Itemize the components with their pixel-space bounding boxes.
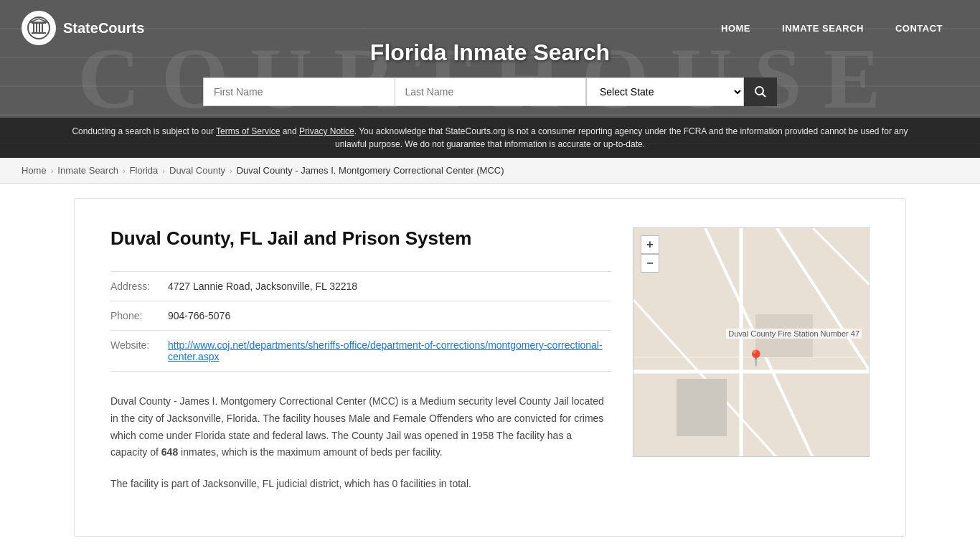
map-roads-svg	[633, 228, 869, 456]
page-title: Florida Inmate Search	[370, 39, 610, 66]
description-paragraph-1: Duval County - James I. Montgomery Corre…	[110, 393, 611, 461]
search-button[interactable]	[744, 77, 777, 106]
header-content: Florida Inmate Search Select State Flori…	[0, 39, 980, 106]
breadcrumb-current: Duval County - James I. Montgomery Corre…	[237, 165, 504, 176]
breadcrumb: Home › Inmate Search › Florida › Duval C…	[0, 158, 980, 184]
disclaimer-and: and	[280, 126, 299, 136]
breadcrumb-state[interactable]: Florida	[130, 165, 159, 176]
facility-title: Duval County, FL Jail and Prison System	[110, 227, 611, 250]
search-bar: Select State Florida Alabama Georgia	[203, 77, 777, 106]
map-panel: Duval County Fire Station Number 47 📍 + …	[633, 227, 870, 507]
facility-info: Duval County, FL Jail and Prison System …	[110, 227, 611, 507]
phone-label: Phone:	[110, 301, 168, 331]
map-label: Duval County Fire Station Number 47	[726, 329, 862, 339]
svg-line-15	[763, 94, 766, 98]
map-pin: 📍	[746, 349, 765, 368]
phone-row: Phone: 904-766-5076	[110, 301, 611, 331]
breadcrumb-home[interactable]: Home	[22, 165, 47, 176]
facility-details-table: Address: 4727 Lannie Road, Jacksonville,…	[110, 271, 611, 372]
terms-link[interactable]: Terms of Service	[216, 126, 280, 136]
breadcrumb-county[interactable]: Duval County	[169, 165, 225, 176]
map-zoom-in-button[interactable]: +	[641, 235, 659, 254]
svg-rect-16	[633, 228, 869, 456]
disclaimer-bar: Conducting a search is subject to our Te…	[0, 118, 980, 158]
first-name-input[interactable]	[203, 77, 395, 106]
phone-value: 904-766-5076	[168, 301, 611, 331]
content-card: Duval County, FL Jail and Prison System …	[74, 198, 906, 537]
svg-rect-8	[36, 24, 37, 34]
map-label-text: Duval County Fire Station Number 47	[728, 329, 859, 338]
svg-rect-7	[33, 24, 34, 34]
svg-point-14	[755, 87, 763, 95]
breadcrumb-inmate-search[interactable]: Inmate Search	[57, 165, 118, 176]
website-row: Website: http://www.coj.net/departments/…	[110, 331, 611, 372]
address-row: Address: 4727 Lannie Road, Jacksonville,…	[110, 272, 611, 301]
svg-rect-9	[39, 24, 40, 34]
svg-rect-10	[42, 24, 43, 34]
website-link[interactable]: http://www.coj.net/departments/sheriffs-…	[168, 339, 603, 362]
svg-rect-25	[677, 379, 727, 436]
site-name: StateCourts	[63, 20, 144, 37]
header: COURTHOUSE	[0, 0, 980, 158]
website-label: Website:	[110, 331, 168, 372]
capacity-value: 648	[161, 446, 178, 458]
description-paragraph-2: The facility is part of Jacksonville, FL…	[110, 476, 611, 493]
address-value: 4727 Lannie Road, Jacksonville, FL 32218	[168, 272, 611, 301]
state-select[interactable]: Select State Florida Alabama Georgia	[586, 77, 744, 106]
privacy-link[interactable]: Privacy Notice	[299, 126, 354, 136]
last-name-input[interactable]	[395, 77, 587, 106]
svg-rect-11	[32, 32, 46, 34]
disclaimer-text-after: . You acknowledge that StateCourts.org i…	[335, 126, 908, 149]
breadcrumb-sep-2: ›	[123, 166, 126, 175]
main-content: Duval County, FL Jail and Prison System …	[60, 184, 920, 551]
map-zoom-controls: + −	[641, 235, 659, 273]
address-label: Address:	[110, 272, 168, 301]
map-zoom-out-button[interactable]: −	[641, 254, 659, 273]
breadcrumb-sep-3: ›	[162, 166, 165, 175]
search-icon	[754, 85, 767, 98]
breadcrumb-sep-4: ›	[230, 166, 232, 175]
disclaimer-text-before: Conducting a search is subject to our	[72, 126, 216, 136]
description-text-after-capacity: inmates, which is the maximum amount of …	[178, 446, 443, 458]
breadcrumb-sep-1: ›	[51, 166, 54, 175]
website-value: http://www.coj.net/departments/sheriffs-…	[168, 331, 611, 372]
map-container[interactable]: Duval County Fire Station Number 47 📍 + …	[633, 227, 870, 457]
